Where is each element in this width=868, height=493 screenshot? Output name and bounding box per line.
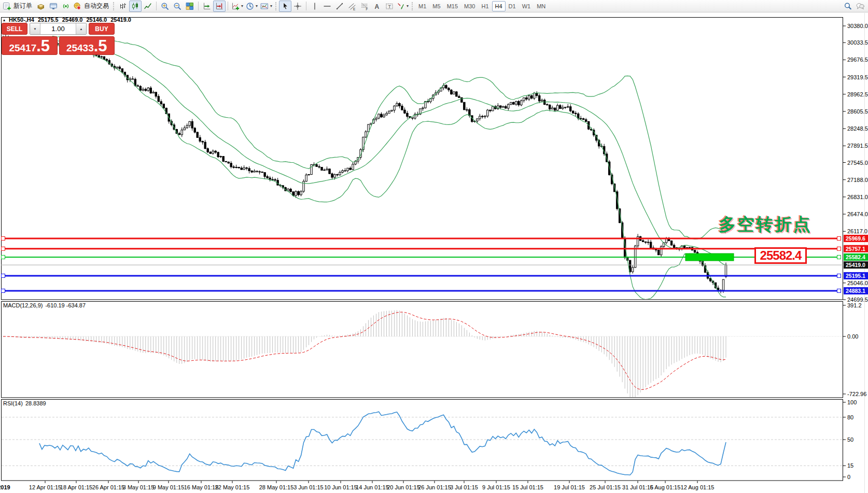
timeframe-m30[interactable]: M30 — [461, 1, 478, 11]
data-window-button[interactable] — [47, 1, 60, 12]
svg-text:28605.5: 28605.5 — [847, 108, 868, 115]
periods-button[interactable]: ▾ — [245, 1, 259, 12]
volume-up-button[interactable]: ▲ — [76, 23, 86, 34]
cursor-icon — [281, 2, 289, 10]
chat-button[interactable] — [854, 1, 866, 12]
templates-button[interactable]: ▾ — [259, 1, 274, 12]
svg-text:80: 80 — [847, 414, 853, 420]
signal-button[interactable] — [60, 1, 72, 12]
svg-text:26 Apr 01:15: 26 Apr 01:15 — [92, 484, 124, 490]
timeframe-m1[interactable]: M1 — [415, 1, 429, 11]
search-button[interactable] — [842, 1, 854, 12]
price-tag-25582.4: 25582.4 — [844, 253, 868, 261]
svg-text:28 May 01:15: 28 May 01:15 — [259, 484, 294, 490]
signal-icon — [62, 2, 70, 10]
timeframe-h4[interactable]: H4 — [492, 1, 506, 11]
svg-text:A: A — [375, 3, 380, 10]
crosshair-icon — [293, 2, 302, 10]
svg-text:3 May 01:15: 3 May 01:15 — [123, 484, 155, 490]
equidistant-channel-button[interactable]: E — [346, 1, 358, 12]
clock-icon — [246, 2, 254, 10]
auto-scroll-button[interactable] — [201, 1, 213, 12]
svg-text:18 Apr 01:15: 18 Apr 01:15 — [60, 484, 92, 490]
svg-text:25 Jul 01:15: 25 Jul 01:15 — [590, 484, 621, 490]
tile-windows-button[interactable] — [184, 1, 196, 12]
timeframe-w1[interactable]: W1 — [519, 1, 534, 11]
svg-text:T: T — [388, 4, 391, 9]
vertical-line-button[interactable] — [309, 1, 321, 12]
trendline-button[interactable] — [333, 1, 346, 12]
chevron-down-icon[interactable]: ▾ — [270, 4, 272, 8]
line-chart-button[interactable] — [142, 1, 154, 12]
volume-input[interactable]: 1.00 — [40, 23, 76, 34]
svg-text:26117.0: 26117.0 — [847, 228, 867, 234]
arrows-button[interactable]: ▾ — [396, 1, 410, 12]
svg-text:29319.5: 29319.5 — [847, 74, 868, 80]
svg-text:26474.0: 26474.0 — [847, 211, 868, 217]
timeframe-m15[interactable]: M15 — [444, 1, 461, 11]
new-order-button[interactable]: 新订单 — [2, 1, 35, 12]
svg-text:28248.5: 28248.5 — [847, 125, 868, 132]
crosshair-button[interactable] — [291, 1, 304, 12]
timeframe-mn[interactable]: MN — [534, 1, 549, 11]
buy-price-fraction: .5 — [94, 40, 107, 53]
turning-point-annotation[interactable]: 多空转折点 — [719, 213, 812, 236]
text-button[interactable]: A — [371, 1, 383, 12]
channel-icon: E — [348, 2, 356, 10]
svg-text:-722.96: -722.96 — [847, 391, 866, 397]
chart-shift-button[interactable] — [213, 1, 226, 12]
svg-text:100: 100 — [847, 399, 857, 405]
toolbar-grip — [412, 2, 413, 10]
price-tag-25195.1: 25195.1 — [844, 272, 868, 279]
svg-text:19 Jul 01:15: 19 Jul 01:15 — [554, 484, 585, 490]
chevron-down-icon[interactable]: ▾ — [407, 4, 409, 8]
macd-name: MACD(12,26,9) — [3, 302, 43, 308]
toolbar: 新订单自动交易▾▾▾EFAT▾M1M5M15M30H1H4D1W1MN — [0, 0, 868, 12]
green-zone-rect[interactable] — [685, 253, 734, 261]
svg-text:0.00: 0.00 — [847, 333, 858, 340]
svg-text:15 Jul 01:15: 15 Jul 01:15 — [512, 484, 543, 490]
label-t-icon: T — [385, 2, 394, 10]
indicators-button[interactable]: ▾ — [230, 1, 245, 12]
zoom-in-button[interactable] — [159, 1, 171, 12]
price-callout-box[interactable]: 25582.4 — [754, 247, 807, 264]
line-chart-icon — [144, 2, 152, 10]
timeframe-m5[interactable]: M5 — [429, 1, 443, 11]
chevron-down-icon[interactable]: ▾ — [241, 4, 243, 8]
svg-text:16 May 01:15: 16 May 01:15 — [184, 484, 219, 490]
chart-canvas[interactable]: 30380.030033.529676.529319.528962.528605… — [0, 0, 868, 493]
sell-price[interactable]: 25417 .5 — [2, 36, 58, 55]
sell-price-main: 25417 — [9, 43, 36, 53]
svg-text:14 Jun 01:15: 14 Jun 01:15 — [356, 484, 389, 490]
svg-text:26 Jun 01:15: 26 Jun 01:15 — [418, 484, 451, 490]
sell-button[interactable]: SELL — [2, 23, 27, 35]
text-label-button[interactable]: T — [383, 1, 396, 12]
chevron-down-icon[interactable]: ▾ — [256, 4, 258, 8]
timeframe-d1[interactable]: D1 — [506, 1, 519, 11]
vline-icon — [311, 2, 319, 10]
horizontal-line-button[interactable] — [321, 1, 333, 12]
buy-price[interactable]: 25433 .5 — [59, 36, 115, 55]
text-a-icon: A — [373, 2, 381, 10]
buy-button[interactable]: BUY — [89, 23, 115, 35]
market-watch-button[interactable] — [35, 1, 47, 12]
ohlc-high: 25469.0 — [62, 17, 83, 23]
svg-text:22 May 01:15: 22 May 01:15 — [215, 484, 250, 490]
bar-chart-button[interactable] — [117, 1, 129, 12]
toolbar-separator — [198, 2, 199, 10]
zoom-out-button[interactable] — [171, 1, 184, 12]
timeframe-h1[interactable]: H1 — [478, 1, 492, 11]
candlestick-chart-button[interactable] — [129, 1, 142, 12]
svg-text:F: F — [366, 7, 368, 10]
volume-down-button[interactable]: ▼ — [30, 23, 40, 34]
svg-text:3 Jun 01:15: 3 Jun 01:15 — [293, 484, 324, 490]
ohlc-low: 25146.0 — [86, 17, 107, 23]
toolbar-separator — [306, 2, 306, 10]
price-tag-25419.0: 25419.0 — [844, 261, 868, 269]
autotrading-button[interactable]: 自动交易 — [72, 1, 111, 12]
cursor-button[interactable] — [279, 1, 291, 12]
svg-text:0: 0 — [847, 474, 850, 480]
collapse-arrow-icon[interactable]: ▴ — [3, 18, 5, 22]
fibonacci-button[interactable]: F — [358, 1, 371, 12]
svg-text:26831.0: 26831.0 — [847, 194, 868, 200]
